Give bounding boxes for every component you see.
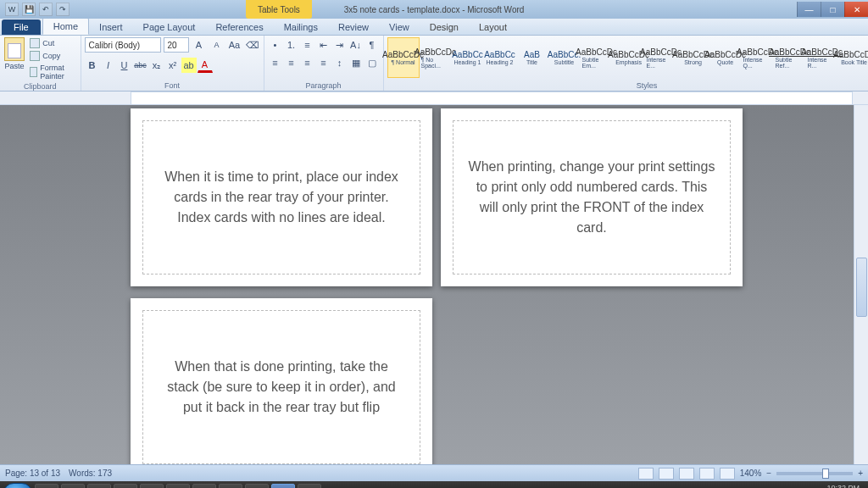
- close-button[interactable]: ✕: [844, 2, 868, 17]
- card-text[interactable]: When it is time to print, place our inde…: [142, 120, 420, 274]
- style-item--no-spaci-[interactable]: AaBbCcDc¶ No Spaci...: [420, 37, 452, 78]
- card-text[interactable]: When that is done printing, take the sta…: [142, 310, 420, 464]
- shading-button[interactable]: ▦: [348, 55, 364, 70]
- taskbar-vlc-icon[interactable]: ▲: [298, 484, 321, 488]
- undo-button[interactable]: ↶: [39, 3, 53, 16]
- copy-button[interactable]: Copy: [28, 50, 76, 62]
- taskbar-photoshop-icon[interactable]: Ps: [140, 484, 164, 488]
- tab-review[interactable]: Review: [328, 19, 379, 35]
- numbering-button[interactable]: 1.: [284, 37, 299, 53]
- align-right-button[interactable]: ≡: [300, 55, 315, 70]
- card-text[interactable]: When printing, change your print setting…: [453, 120, 731, 274]
- sort-button[interactable]: A↓: [348, 37, 364, 53]
- align-left-button[interactable]: ≡: [268, 55, 283, 70]
- document-area[interactable]: When it is time to print, place our inde…: [0, 105, 868, 464]
- tab-file[interactable]: File: [2, 19, 41, 35]
- tab-page-layout[interactable]: Page Layout: [133, 19, 206, 35]
- zoom-in-button[interactable]: +: [858, 469, 863, 478]
- save-button[interactable]: 💾: [22, 3, 36, 16]
- zoom-slider-thumb[interactable]: [822, 469, 829, 479]
- strike-button[interactable]: abc: [133, 58, 148, 73]
- increase-indent-button[interactable]: ⇥: [332, 37, 348, 53]
- maximize-button[interactable]: □: [821, 2, 844, 17]
- index-card-1[interactable]: When it is time to print, place our inde…: [131, 108, 432, 286]
- tab-insert[interactable]: Insert: [89, 19, 133, 35]
- style-item-title[interactable]: AaBTitle: [516, 37, 548, 78]
- decrease-indent-button[interactable]: ⇤: [316, 37, 331, 53]
- taskbar-indesign-icon[interactable]: ID: [87, 484, 111, 488]
- redo-button[interactable]: ↷: [56, 3, 70, 16]
- style-item-heading-2[interactable]: AaBbCcHeading 2: [484, 37, 516, 78]
- align-center-button[interactable]: ≡: [284, 55, 299, 70]
- cut-button[interactable]: Cut: [28, 37, 76, 49]
- vertical-scrollbar[interactable]: [854, 105, 868, 464]
- tab-home[interactable]: Home: [42, 18, 89, 35]
- highlight-button[interactable]: ab: [181, 58, 197, 73]
- style-item--normal[interactable]: AaBbCcDc¶ Normal: [387, 37, 420, 78]
- zoom-level[interactable]: 140%: [740, 469, 762, 478]
- view-draft[interactable]: [720, 468, 735, 480]
- view-web-layout[interactable]: [679, 468, 694, 480]
- tab-view[interactable]: View: [379, 19, 420, 35]
- index-card-3[interactable]: When that is done printing, take the sta…: [131, 298, 432, 464]
- taskbar-lightroom-icon[interactable]: Lr: [114, 484, 137, 488]
- tab-mailings[interactable]: Mailings: [274, 19, 328, 35]
- tab-design[interactable]: Design: [420, 19, 469, 35]
- change-case-button[interactable]: Aa: [227, 37, 242, 53]
- status-bar: Page: 13 of 13 Words: 173 140% − +: [0, 464, 868, 481]
- index-card-2[interactable]: When printing, change your print setting…: [441, 108, 743, 286]
- style-item-book-title[interactable]: AaBbCcDcBook Title: [838, 37, 868, 78]
- taskbar-word-icon[interactable]: W: [271, 484, 295, 488]
- zoom-slider[interactable]: [776, 472, 853, 475]
- system-tray[interactable]: ▲ ⌁ ⇅ 🔊 10:32 PM 9/5/2013: [779, 485, 865, 488]
- style-item-quote[interactable]: AaBbCcDcQuote: [709, 37, 742, 78]
- justify-button[interactable]: ≡: [316, 55, 331, 70]
- zoom-out-button[interactable]: −: [766, 469, 771, 478]
- taskbar-bridge-icon[interactable]: Br: [61, 484, 85, 488]
- superscript-button[interactable]: x²: [165, 58, 181, 73]
- font-name-combo[interactable]: Calibri (Body): [85, 37, 161, 53]
- font-color-button[interactable]: A: [198, 58, 213, 73]
- taskbar-firefox-icon[interactable]: 🦊: [192, 484, 216, 488]
- format-painter-button[interactable]: Format Painter: [28, 63, 76, 81]
- minimize-button[interactable]: —: [797, 2, 821, 17]
- shrink-font-button[interactable]: A: [209, 37, 225, 53]
- show-marks-button[interactable]: ¶: [364, 37, 380, 53]
- taskbar-explorer-icon[interactable]: 📁: [35, 484, 58, 488]
- grow-font-button[interactable]: A: [192, 37, 207, 53]
- tab-layout[interactable]: Layout: [469, 19, 517, 35]
- borders-button[interactable]: ▢: [364, 55, 380, 70]
- word-icon[interactable]: W: [5, 3, 19, 16]
- clear-formatting-button[interactable]: ⌫: [245, 37, 260, 53]
- style-item-heading-1[interactable]: AaBbCcHeading 1: [452, 37, 484, 78]
- paste-icon: [4, 37, 25, 61]
- style-item-subtitle[interactable]: AaBbCc.Subtitle: [548, 37, 581, 78]
- taskbar-itunes-icon[interactable]: ♪: [219, 484, 242, 488]
- multilevel-button[interactable]: ≡: [300, 37, 315, 53]
- style-item-emphasis[interactable]: AaBbCcDcEmphasis: [613, 37, 645, 78]
- styles-gallery[interactable]: AaBbCcDc¶ NormalAaBbCcDc¶ No Spaci...AaB…: [387, 37, 868, 80]
- underline-button[interactable]: U: [117, 58, 132, 73]
- page-indicator[interactable]: Page: 13 of 13: [5, 469, 60, 478]
- taskbar-outlook-icon[interactable]: ✉: [245, 484, 269, 488]
- taskbar-chrome-icon[interactable]: ◎: [166, 484, 190, 488]
- title-bar: W 💾 ↶ ↷ Table Tools 3x5 note cards - tem…: [0, 0, 868, 19]
- subscript-button[interactable]: x₂: [149, 58, 164, 73]
- bullets-button[interactable]: •: [268, 37, 283, 53]
- style-item-intense-q-[interactable]: AaBbCcDcIntense Q...: [742, 37, 774, 78]
- style-item-subtle-ref-[interactable]: AaBbCcDcSubtle Ref...: [774, 37, 806, 78]
- tab-references[interactable]: References: [205, 19, 273, 35]
- start-button[interactable]: [3, 483, 32, 488]
- italic-button[interactable]: I: [101, 58, 116, 73]
- view-print-layout[interactable]: [638, 468, 654, 480]
- bold-button[interactable]: B: [85, 58, 100, 73]
- view-outline[interactable]: [699, 468, 715, 480]
- font-size-combo[interactable]: 20: [164, 37, 189, 53]
- line-spacing-button[interactable]: ↕: [332, 55, 348, 70]
- word-count[interactable]: Words: 173: [69, 469, 112, 478]
- paste-button[interactable]: Paste: [3, 37, 25, 81]
- tray-clock[interactable]: 10:32 PM 9/5/2013: [826, 485, 860, 488]
- ruler[interactable]: [0, 92, 868, 105]
- scrollbar-thumb[interactable]: [856, 258, 867, 317]
- view-full-screen[interactable]: [659, 468, 674, 480]
